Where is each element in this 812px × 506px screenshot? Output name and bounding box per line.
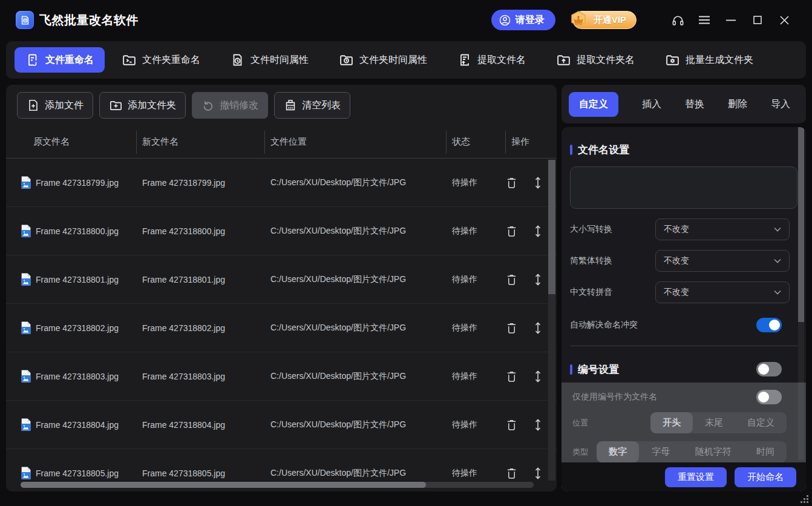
delete-row-button[interactable]: [506, 225, 517, 237]
file-path: C:/Users/XU/Desktop/图片文件/JPG: [264, 371, 446, 382]
tab-delete[interactable]: 删除: [728, 98, 747, 111]
minimize-button[interactable]: [718, 8, 744, 32]
add-folder-label: 添加文件夹: [128, 99, 176, 112]
titlebar: 飞然批量改名软件 请登录 开通VIP: [0, 0, 812, 40]
position-option-custom[interactable]: 自定义: [735, 412, 787, 433]
conflict-label: 自动解决命名冲突: [570, 320, 638, 330]
original-filename: Frame 427318804.jpg: [36, 420, 119, 430]
type-label: 类型: [572, 447, 588, 458]
image-file-icon: [21, 321, 31, 334]
nav-tab-file-rename[interactable]: 文件重命名: [15, 47, 105, 73]
support-headphones-button[interactable]: [664, 8, 691, 32]
undo-icon: [201, 99, 215, 112]
table-row[interactable]: Frame 427318804.jpg Frame 427318804.jpg …: [6, 401, 557, 449]
move-row-button[interactable]: [534, 273, 542, 286]
file-list-panel: 添加文件 添加文件夹 撤销修改 清空列表 原文件名 新文件名 文件位置 状态 操…: [6, 85, 557, 491]
folder-extract-icon: [556, 53, 571, 68]
position-option-start[interactable]: 开头: [650, 412, 693, 433]
original-filename: Frame 427318803.jpg: [36, 372, 119, 381]
table-row[interactable]: Frame 427318803.jpg Frame 427318803.jpg …: [6, 352, 557, 401]
pinyin-convert-select[interactable]: 不改变: [655, 281, 790, 303]
user-icon: [499, 14, 511, 27]
pinyin-convert-label: 中文转拼音: [570, 287, 612, 298]
menu-button[interactable]: [691, 8, 718, 32]
tab-replace[interactable]: 替换: [685, 98, 704, 111]
status-text: 待操作: [446, 226, 505, 237]
add-file-button[interactable]: 添加文件: [17, 92, 93, 119]
reset-settings-button[interactable]: 重置设置: [665, 467, 727, 487]
delete-row-button[interactable]: [506, 418, 517, 431]
column-header-path: 文件位置: [264, 126, 446, 158]
conflict-toggle[interactable]: [756, 318, 782, 332]
close-button[interactable]: [771, 8, 797, 32]
table-vertical-scrollbar[interactable]: [548, 160, 555, 481]
type-row: 类型 数字 字母 随机字符 时间: [572, 441, 795, 462]
clear-list-button[interactable]: 清空列表: [274, 92, 350, 119]
position-option-end[interactable]: 末尾: [693, 412, 735, 433]
tradsimp-convert-label: 简繁体转换: [570, 255, 612, 266]
delete-row-button[interactable]: [506, 321, 517, 334]
nav-tab-label: 提取文件名: [477, 54, 526, 67]
table-row[interactable]: Frame 427318802.jpg Frame 427318802.jpg …: [6, 304, 557, 352]
rename-mode-tabs: 自定义 插入 替换 删除 导入: [562, 85, 806, 123]
only-number-label: 仅使用编号作为文件名: [572, 392, 657, 402]
file-path: C:/Users/XU/Desktop/图片文件/JPG: [264, 468, 446, 479]
tab-insert[interactable]: 插入: [642, 98, 661, 111]
nav-tab-file-time[interactable]: 文件时间属性: [231, 53, 309, 67]
resize-grip[interactable]: [801, 495, 810, 504]
move-row-button[interactable]: [534, 321, 542, 335]
delete-row-button[interactable]: [506, 273, 517, 286]
start-rename-button[interactable]: 开始命名: [735, 467, 796, 487]
login-button[interactable]: 请登录: [491, 10, 555, 30]
type-option-time[interactable]: 时间: [744, 441, 787, 462]
delete-row-button[interactable]: [506, 176, 517, 189]
vertical-scroll-thumb[interactable]: [548, 160, 555, 294]
table-row[interactable]: Frame 427318801.jpg Frame 427318801.jpg …: [6, 255, 557, 304]
undo-button[interactable]: 撤销修改: [192, 92, 268, 119]
only-number-toggle[interactable]: [756, 390, 782, 404]
nav-tab-label: 批量生成文件夹: [686, 54, 753, 67]
type-option-letter[interactable]: 字母: [640, 441, 682, 462]
horizontal-scroll-thumb[interactable]: [21, 482, 426, 488]
case-convert-select[interactable]: 不改变: [655, 218, 790, 240]
add-folder-button[interactable]: 添加文件夹: [99, 92, 186, 119]
nav-tab-extract-foldername[interactable]: 提取文件夹名: [556, 53, 635, 68]
tradsimp-convert-select[interactable]: 不改变: [655, 250, 790, 272]
nav-tab-folder-rename[interactable]: 文件夹重命名: [122, 53, 200, 68]
original-filename: Frame 427318799.jpg: [36, 178, 119, 188]
tab-custom[interactable]: 自定义: [569, 92, 618, 117]
move-row-button[interactable]: [534, 176, 542, 189]
chevron-down-icon: [774, 227, 781, 232]
table-horizontal-scrollbar[interactable]: [21, 482, 534, 488]
feature-nav: 文件重命名 文件夹重命名 文件时间属性 文件夹时间属性 提取文件名 提取文件夹名: [6, 41, 806, 79]
table-row[interactable]: Frame 427318800.jpg Frame 427318800.jpg …: [6, 207, 557, 255]
type-option-random[interactable]: 随机字符: [683, 441, 744, 462]
tab-import[interactable]: 导入: [771, 98, 790, 111]
vip-button[interactable]: 开通VIP: [572, 11, 637, 29]
move-row-button[interactable]: [534, 225, 542, 238]
move-row-button[interactable]: [534, 418, 542, 432]
nav-tab-folder-time[interactable]: 文件夹时间属性: [339, 53, 427, 68]
filename-textarea[interactable]: [570, 166, 797, 209]
pinyin-convert-row: 中文转拼音 不改变: [570, 281, 797, 303]
maximize-button[interactable]: [744, 8, 771, 32]
nav-tab-batch-create-folder[interactable]: 批量生成文件夹: [665, 53, 753, 68]
file-path: C:/Users/XU/Desktop/图片文件/JPG: [264, 177, 446, 188]
file-path: C:/Users/XU/Desktop/图片文件/JPG: [264, 226, 446, 237]
settings-scroll-thumb[interactable]: [798, 127, 804, 322]
table-row[interactable]: Frame 427318805.jpg Frame 427318805.jpg …: [6, 449, 557, 484]
status-text: 待操作: [446, 274, 505, 285]
vip-crown-icon: [568, 10, 589, 31]
nav-tab-extract-filename[interactable]: 提取文件名: [457, 53, 526, 67]
case-convert-label: 大小写转换: [570, 224, 612, 235]
move-row-button[interactable]: [534, 370, 542, 383]
move-row-button[interactable]: [534, 467, 542, 480]
numbering-toggle[interactable]: [756, 362, 782, 376]
delete-row-button[interactable]: [506, 467, 517, 479]
settings-scrollbar[interactable]: [798, 127, 804, 460]
type-option-number[interactable]: 数字: [597, 441, 639, 462]
original-filename: Frame 427318805.jpg: [36, 468, 119, 478]
table-row[interactable]: Frame 427318799.jpg Frame 427318799.jpg …: [6, 159, 557, 207]
delete-row-button[interactable]: [506, 370, 517, 383]
new-filename: Frame 427318801.jpg: [136, 275, 264, 284]
